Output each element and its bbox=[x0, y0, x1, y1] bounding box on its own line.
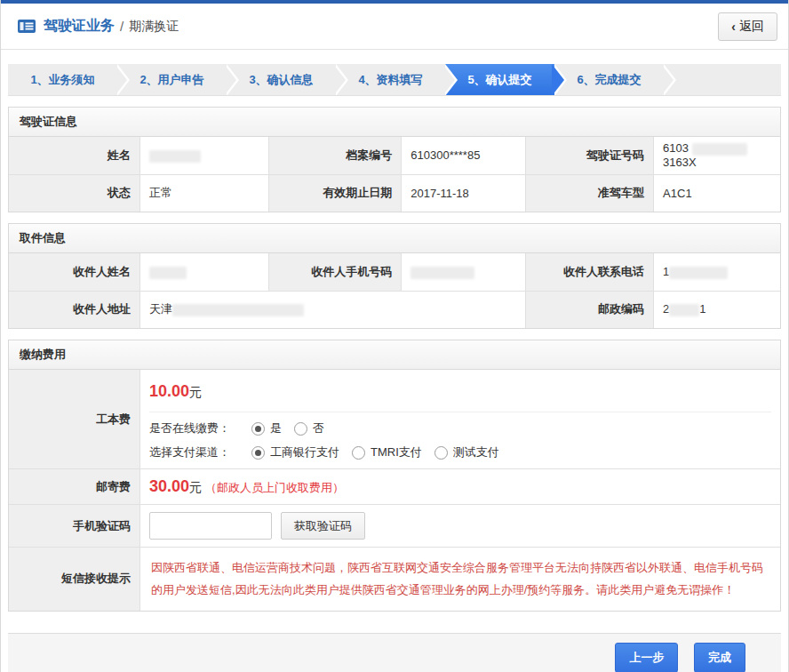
step-5-confirm-submit[interactable]: 5、确认提交 bbox=[445, 64, 554, 95]
pay-channel-row: 选择支付渠道： 工商银行支付 TMRI支付 测试支付 bbox=[149, 444, 771, 460]
redacted-mobile bbox=[410, 267, 474, 279]
name-label: 姓名 bbox=[9, 137, 140, 174]
currency-unit: 元 bbox=[189, 385, 202, 399]
breadcrumb-separator: / bbox=[120, 19, 124, 34]
postage-label: 邮寄费 bbox=[9, 469, 140, 505]
pickup-section-title: 取件信息 bbox=[9, 224, 780, 253]
fees-section-title: 缴纳费用 bbox=[9, 340, 780, 370]
back-button-label: 返回 bbox=[739, 19, 764, 35]
recipient-tel-label: 收件人联系电话 bbox=[526, 253, 654, 291]
channel-tmri-label[interactable]: TMRI支付 bbox=[371, 444, 422, 460]
status-label: 状态 bbox=[9, 174, 140, 212]
step-1-business-notice[interactable]: 1、业务须知 bbox=[8, 64, 117, 95]
radio-channel-tmri[interactable] bbox=[352, 446, 365, 460]
table-row: 姓名 档案编号 610300****85 驾驶证号码 6103 3163X bbox=[9, 137, 780, 174]
pickup-info-table: 收件人姓名 收件人手机号码 收件人联系电话 1 收件人地址 天津 邮政编码 21 bbox=[9, 253, 780, 328]
license-info-table: 姓名 档案编号 610300****85 驾驶证号码 6103 3163X 状态… bbox=[9, 137, 780, 212]
page-title: 驾驶证业务 bbox=[44, 17, 115, 36]
table-row: 状态 正常 有效期止日期 2017-11-18 准驾车型 A1C1 bbox=[9, 174, 780, 212]
expiry-value: 2017-11-18 bbox=[402, 174, 526, 212]
work-fee-label: 工本费 bbox=[9, 370, 140, 469]
sms-code-label: 手机验证码 bbox=[9, 505, 140, 548]
recipient-tel-value: 1 bbox=[654, 253, 780, 291]
sms-code-cell: 获取验证码 bbox=[140, 505, 780, 548]
online-pay-label: 是否在线缴费： bbox=[149, 420, 230, 436]
table-row: 手机验证码 获取验证码 bbox=[9, 505, 780, 548]
address-value: 天津 bbox=[140, 291, 526, 328]
step-4-fill-data[interactable]: 4、资料填写 bbox=[336, 64, 445, 95]
license-no-value: 6103 3163X bbox=[654, 137, 780, 174]
redacted-postcode bbox=[669, 304, 699, 316]
online-pay-row: 是否在线缴费： 是 否 bbox=[149, 420, 771, 436]
postage-amount: 30.00 bbox=[149, 477, 189, 495]
table-row: 收件人姓名 收件人手机号码 收件人联系电话 1 bbox=[9, 253, 780, 291]
breadcrumb-current: 期满换证 bbox=[129, 19, 179, 35]
work-fee-amount-line: 10.00元 bbox=[149, 370, 771, 412]
fees-section: 缴纳费用 工本费 10.00元 是否在线缴费： 是 否 bbox=[8, 340, 781, 612]
step-6-finish-submit[interactable]: 6、完成提交 bbox=[554, 64, 664, 95]
table-row: 短信接收提示 因陕西省联通、电信运营商技术问题，陕西省互联网交通安全综合服务管理… bbox=[9, 548, 780, 611]
step-progress-bar: 1、业务须知 2、用户申告 3、确认信息 4、资料填写 5、确认提交 6、完成提… bbox=[8, 64, 781, 96]
postage-cell: 30.00元（邮政人员上门收取费用） bbox=[140, 469, 780, 505]
table-row: 邮寄费 30.00元（邮政人员上门收取费用） bbox=[9, 469, 780, 505]
sms-tip-text: 因陕西省联通、电信运营商技术问题，陕西省互联网交通安全综合服务管理平台无法向持陕… bbox=[151, 556, 769, 602]
channel-icbc-label[interactable]: 工商银行支付 bbox=[270, 444, 339, 460]
fees-table: 工本费 10.00元 是否在线缴费： 是 否 选择支付渠道： bbox=[9, 370, 780, 611]
pay-channel-label: 选择支付渠道： bbox=[149, 444, 230, 460]
redacted-tel bbox=[669, 267, 728, 279]
file-no-value: 610300****85 bbox=[402, 137, 526, 174]
address-label: 收件人地址 bbox=[9, 291, 140, 328]
recipient-name-label: 收件人姓名 bbox=[9, 253, 140, 291]
table-row: 收件人地址 天津 邮政编码 21 bbox=[9, 291, 780, 328]
online-pay-yes-label[interactable]: 是 bbox=[270, 420, 282, 436]
back-button[interactable]: ‹ 返回 bbox=[718, 12, 777, 41]
radio-channel-test[interactable] bbox=[434, 446, 448, 460]
work-fee-amount: 10.00 bbox=[149, 382, 189, 400]
file-no-label: 档案编号 bbox=[269, 137, 402, 174]
radio-online-pay-yes[interactable] bbox=[251, 422, 265, 436]
step-3-confirm-info[interactable]: 3、确认信息 bbox=[227, 64, 336, 95]
footer-action-bar: 上一步 完成 bbox=[8, 634, 781, 672]
redacted-license-no bbox=[692, 143, 747, 156]
license-no-label: 驾驶证号码 bbox=[526, 137, 654, 174]
status-value: 正常 bbox=[140, 174, 269, 212]
back-chevron-icon: ‹ bbox=[731, 20, 736, 34]
finish-button[interactable]: 完成 bbox=[694, 643, 745, 672]
redacted-address bbox=[172, 304, 304, 316]
redacted-name bbox=[149, 150, 201, 163]
page: 驾驶证业务 / 期满换证 ‹ 返回 1、业务须知 2、用户申告 3、确认信息 4… bbox=[0, 0, 789, 672]
recipient-mobile-label: 收件人手机号码 bbox=[269, 253, 402, 291]
sms-tip-cell: 因陕西省联通、电信运营商技术问题，陕西省互联网交通安全综合服务管理平台无法向持陕… bbox=[140, 548, 780, 611]
radio-channel-icbc[interactable] bbox=[251, 446, 265, 460]
expiry-label: 有效期止日期 bbox=[269, 174, 402, 212]
license-info-section: 驾驶证信息 姓名 档案编号 610300****85 驾驶证号码 6103 31… bbox=[8, 107, 781, 212]
step-2-user-declaration[interactable]: 2、用户申告 bbox=[117, 64, 227, 95]
name-value bbox=[140, 137, 269, 174]
recipient-mobile-value bbox=[402, 253, 526, 291]
recipient-name-value bbox=[140, 253, 269, 291]
redacted-recipient-name bbox=[149, 267, 187, 279]
get-code-button[interactable]: 获取验证码 bbox=[281, 512, 365, 540]
previous-step-button[interactable]: 上一步 bbox=[615, 643, 678, 672]
online-pay-no-label[interactable]: 否 bbox=[313, 420, 324, 436]
license-section-title: 驾驶证信息 bbox=[9, 108, 780, 137]
class-label: 准驾车型 bbox=[526, 174, 654, 212]
channel-test-label[interactable]: 测试支付 bbox=[453, 444, 499, 460]
sms-code-input[interactable] bbox=[149, 512, 272, 540]
table-row: 工本费 10.00元 是否在线缴费： 是 否 选择支付渠道： bbox=[9, 370, 780, 469]
class-value: A1C1 bbox=[654, 174, 780, 212]
pickup-info-section: 取件信息 收件人姓名 收件人手机号码 收件人联系电话 1 收件人地址 天津 邮政… bbox=[8, 223, 781, 329]
radio-online-pay-no[interactable] bbox=[294, 422, 307, 436]
header: 驾驶证业务 / 期满换证 ‹ 返回 bbox=[1, 4, 788, 50]
postage-note: （邮政人员上门收取费用） bbox=[205, 481, 344, 494]
sms-tip-label: 短信接收提示 bbox=[9, 548, 140, 611]
postcode-label: 邮政编码 bbox=[526, 291, 654, 328]
license-card-icon bbox=[17, 19, 36, 34]
postcode-value: 21 bbox=[654, 291, 780, 328]
work-fee-cell: 10.00元 是否在线缴费： 是 否 选择支付渠道： 工商银行支付 bbox=[140, 370, 780, 469]
